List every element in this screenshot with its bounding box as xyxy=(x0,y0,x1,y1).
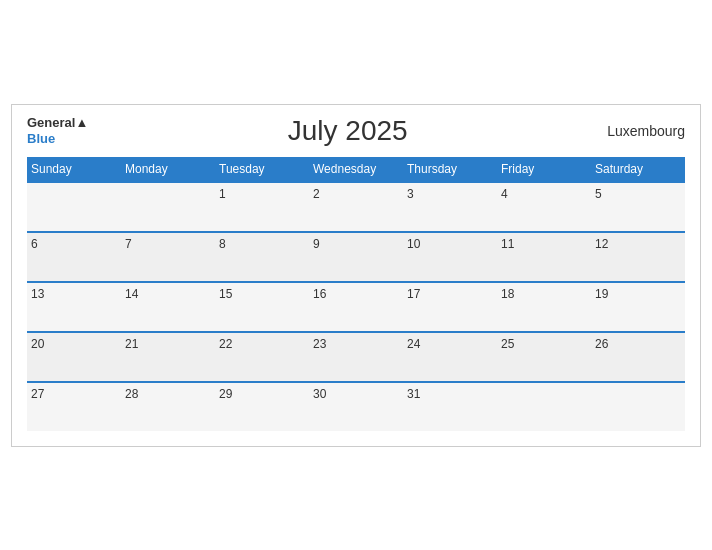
calendar-container: General▲ Blue July 2025 Luxembourg Sunda… xyxy=(11,104,701,447)
calendar-cell: 4 xyxy=(497,182,591,232)
calendar-cell: 1 xyxy=(215,182,309,232)
day-header-tuesday: Tuesday xyxy=(215,157,309,182)
day-header-wednesday: Wednesday xyxy=(309,157,403,182)
calendar-cell xyxy=(591,382,685,431)
country-name: Luxembourg xyxy=(607,123,685,139)
calendar-cell: 22 xyxy=(215,332,309,382)
day-header-saturday: Saturday xyxy=(591,157,685,182)
calendar-cell: 12 xyxy=(591,232,685,282)
day-header-friday: Friday xyxy=(497,157,591,182)
calendar-cell: 24 xyxy=(403,332,497,382)
week-row-2: 13141516171819 xyxy=(27,282,685,332)
calendar-cell: 8 xyxy=(215,232,309,282)
month-title: July 2025 xyxy=(288,115,408,147)
calendar-cell: 3 xyxy=(403,182,497,232)
week-row-1: 6789101112 xyxy=(27,232,685,282)
calendar-cell: 21 xyxy=(121,332,215,382)
day-header-thursday: Thursday xyxy=(403,157,497,182)
calendar-cell: 30 xyxy=(309,382,403,431)
week-row-4: 2728293031 xyxy=(27,382,685,431)
calendar-cell: 9 xyxy=(309,232,403,282)
calendar-cell xyxy=(121,182,215,232)
calendar-cell: 11 xyxy=(497,232,591,282)
day-header-sunday: Sunday xyxy=(27,157,121,182)
calendar-cell: 23 xyxy=(309,332,403,382)
logo-general: General▲ xyxy=(27,115,88,131)
day-header-monday: Monday xyxy=(121,157,215,182)
calendar-cell: 18 xyxy=(497,282,591,332)
calendar-cell: 16 xyxy=(309,282,403,332)
week-row-3: 20212223242526 xyxy=(27,332,685,382)
calendar-cell: 17 xyxy=(403,282,497,332)
calendar-cell: 31 xyxy=(403,382,497,431)
calendar-cell: 5 xyxy=(591,182,685,232)
day-headers-row: SundayMondayTuesdayWednesdayThursdayFrid… xyxy=(27,157,685,182)
calendar-header: General▲ Blue July 2025 Luxembourg xyxy=(27,115,685,147)
week-row-0: 12345 xyxy=(27,182,685,232)
calendar-cell: 2 xyxy=(309,182,403,232)
calendar-cell: 28 xyxy=(121,382,215,431)
calendar-cell: 13 xyxy=(27,282,121,332)
calendar-cell: 7 xyxy=(121,232,215,282)
calendar-table: SundayMondayTuesdayWednesdayThursdayFrid… xyxy=(27,157,685,431)
calendar-cell: 20 xyxy=(27,332,121,382)
calendar-cell: 15 xyxy=(215,282,309,332)
calendar-cell: 25 xyxy=(497,332,591,382)
calendar-cell: 14 xyxy=(121,282,215,332)
calendar-cell: 19 xyxy=(591,282,685,332)
calendar-body: 1234567891011121314151617181920212223242… xyxy=(27,182,685,431)
calendar-cell xyxy=(497,382,591,431)
calendar-cell: 29 xyxy=(215,382,309,431)
calendar-cell: 26 xyxy=(591,332,685,382)
logo: General▲ Blue xyxy=(27,115,88,146)
calendar-cell xyxy=(27,182,121,232)
calendar-cell: 6 xyxy=(27,232,121,282)
calendar-cell: 10 xyxy=(403,232,497,282)
logo-blue: Blue xyxy=(27,131,88,147)
calendar-cell: 27 xyxy=(27,382,121,431)
